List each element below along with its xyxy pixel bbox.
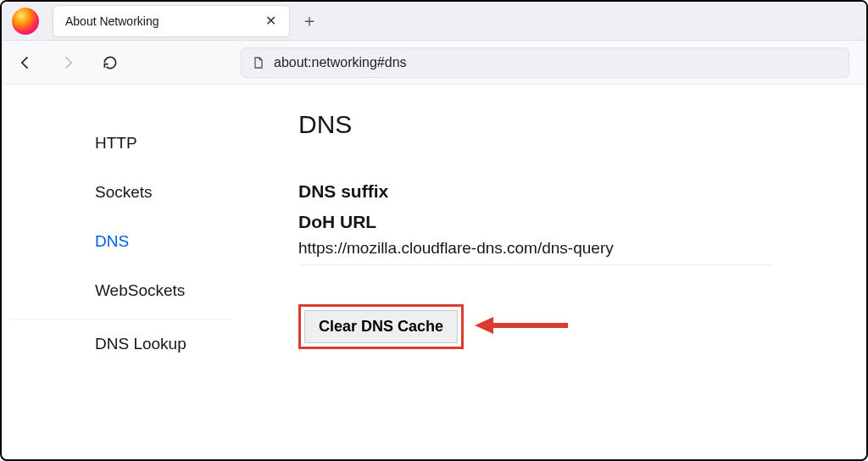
url-text: about:networking#dns <box>274 55 407 70</box>
tab-strip: About Networking ✕ ＋ <box>2 2 866 41</box>
back-button[interactable] <box>12 49 39 76</box>
firefox-logo-icon <box>12 8 39 35</box>
arrow-right-icon <box>59 54 76 71</box>
callout-highlight: Clear DNS Cache <box>298 304 464 349</box>
tab-title: About Networking <box>65 14 252 28</box>
reload-icon <box>102 54 119 71</box>
svg-marker-1 <box>475 317 493 334</box>
close-tab-button[interactable]: ✕ <box>260 11 281 31</box>
dns-suffix-row: DNS suffix <box>298 181 866 202</box>
sidebar: HTTP Sockets DNS WebSockets DNS Lookup <box>2 85 239 459</box>
doh-url-row: DoH URL https://mozilla.cloudflare-dns.c… <box>298 212 866 265</box>
sidebar-item-label: Sockets <box>95 183 153 201</box>
nav-toolbar: about:networking#dns <box>2 41 866 85</box>
url-bar[interactable]: about:networking#dns <box>241 47 849 78</box>
annotation-arrow-icon <box>475 314 568 340</box>
page-title: DNS <box>298 110 866 139</box>
sidebar-item-dns-lookup[interactable]: DNS Lookup <box>2 319 239 369</box>
page-icon <box>252 56 265 69</box>
doh-url-label: DoH URL <box>298 212 866 232</box>
content-area: HTTP Sockets DNS WebSockets DNS Lookup D… <box>2 85 866 459</box>
doh-url-value: https://mozilla.cloudflare-dns.com/dns-q… <box>298 239 773 265</box>
sidebar-item-label: DNS Lookup <box>95 335 186 353</box>
clear-dns-cache-button[interactable]: Clear DNS Cache <box>304 310 458 343</box>
plus-icon: ＋ <box>301 9 318 32</box>
forward-button[interactable] <box>54 49 81 76</box>
sidebar-item-sockets[interactable]: Sockets <box>2 168 239 217</box>
sidebar-item-websockets[interactable]: WebSockets <box>2 266 239 315</box>
sidebar-item-label: HTTP <box>95 134 137 152</box>
browser-tab[interactable]: About Networking ✕ <box>53 5 290 37</box>
dns-suffix-label: DNS suffix <box>298 181 866 202</box>
sidebar-item-label: WebSockets <box>95 281 185 299</box>
sidebar-item-http[interactable]: HTTP <box>2 119 239 168</box>
sidebar-item-dns[interactable]: DNS <box>2 217 239 266</box>
close-icon: ✕ <box>265 13 276 29</box>
arrow-left-icon <box>17 54 34 71</box>
reload-button[interactable] <box>97 49 124 76</box>
sidebar-item-label: DNS <box>95 232 129 250</box>
main-panel: DNS DNS suffix DoH URL https://mozilla.c… <box>239 85 866 459</box>
new-tab-button[interactable]: ＋ <box>297 8 322 34</box>
